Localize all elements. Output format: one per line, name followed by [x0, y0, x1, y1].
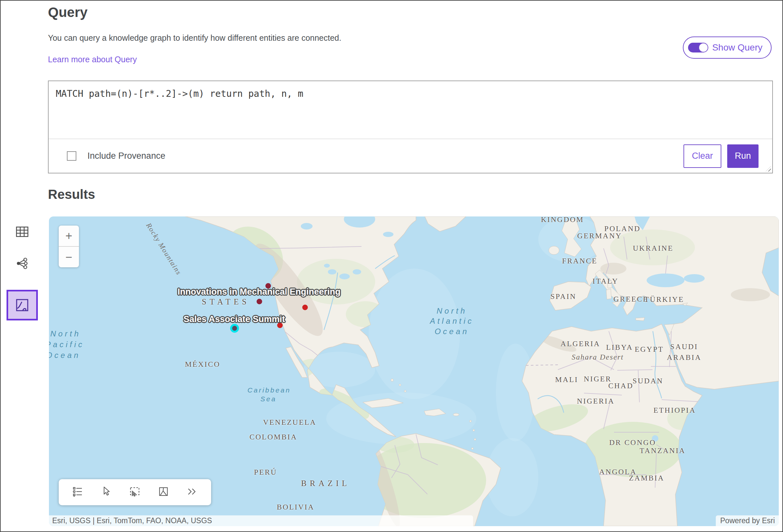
layer-list-button[interactable]: [70, 485, 85, 499]
layer-list-icon: [72, 486, 83, 498]
map-zoom-control: + −: [59, 226, 79, 267]
entity-label: Sales Associate Summit: [183, 314, 285, 324]
results-title: Results: [48, 187, 95, 202]
page-description: You can query a knowledge graph to ident…: [48, 33, 341, 43]
show-query-toggle[interactable]: Show Query: [683, 36, 772, 59]
table-icon: [16, 227, 28, 237]
toggle-knob: [699, 43, 708, 52]
select-polygon-button[interactable]: [156, 485, 170, 499]
include-provenance-checkbox[interactable]: [67, 151, 76, 161]
entity-label: Innovations in Mechanical Engineering: [178, 287, 341, 297]
zoom-out-button[interactable]: −: [59, 247, 79, 267]
zoom-in-button[interactable]: +: [59, 226, 79, 246]
query-actions-row: Include Provenance Clear Run: [49, 139, 772, 173]
map-icon: [15, 299, 29, 312]
select-polygon-icon: [158, 486, 169, 498]
select-cursor-button[interactable]: [99, 485, 114, 499]
query-input[interactable]: MATCH path=(n)-[r*..2]->(m) return path,…: [49, 81, 772, 139]
show-query-label: Show Query: [712, 42, 762, 53]
run-button[interactable]: Run: [727, 144, 758, 168]
map-view-button[interactable]: [6, 290, 38, 321]
link-chart-view-button[interactable]: [6, 257, 38, 270]
results-map[interactable]: KINGDOMPOLANDGERMANYUKRAINEFRANCEITALYSP…: [49, 217, 779, 526]
clear-button[interactable]: Clear: [684, 144, 721, 168]
include-provenance-label: Include Provenance: [88, 151, 165, 161]
toggle-switch-icon[interactable]: [688, 43, 708, 53]
learn-more-link[interactable]: Learn more about Query: [48, 55, 137, 64]
results-view-switcher: [6, 227, 38, 321]
expand-tools-icon: [186, 487, 198, 498]
page-title: Query: [48, 5, 88, 20]
map-toolbar: [59, 479, 211, 505]
query-panel: MATCH path=(n)-[r*..2]->(m) return path,…: [48, 80, 773, 173]
expand-tools-button[interactable]: [185, 485, 199, 499]
table-view-button[interactable]: [6, 227, 38, 237]
query-page: Query You can query a knowledge graph to…: [0, 0, 783, 532]
select-rectangle-icon: [129, 486, 140, 498]
select-cursor-icon: [101, 486, 111, 498]
link-chart-icon: [16, 257, 28, 270]
select-rectangle-button[interactable]: [128, 485, 142, 499]
